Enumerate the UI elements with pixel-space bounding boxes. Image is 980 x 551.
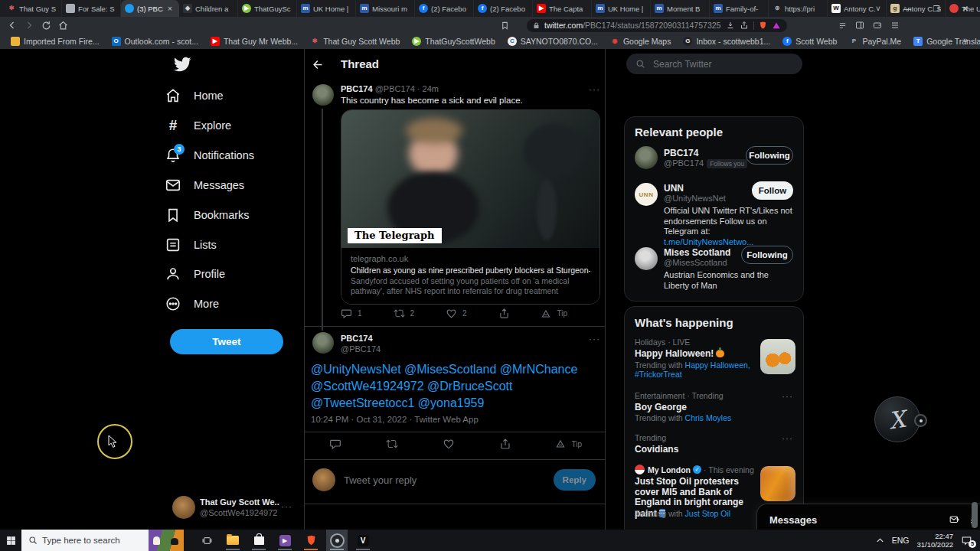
bookmark-item[interactable]: ◉ Google Maps [606,37,675,46]
reply-action[interactable] [329,438,341,450]
bookmark-item[interactable]: P PayPal.Me [844,37,906,46]
close-button[interactable]: ✕ [951,5,980,13]
bookmark-item[interactable]: Imported From Fire... [6,37,104,46]
menu-icon[interactable] [889,19,901,31]
trend-thumbnail[interactable] [760,466,795,501]
reply-input[interactable]: Tweet your reply [344,474,416,486]
reading-list-icon[interactable] [836,19,848,31]
sidebar-toggle-icon[interactable] [854,19,866,31]
avatar[interactable] [312,332,334,354]
avatar[interactable] [312,84,334,106]
tweet-author-name[interactable]: PBC174 [341,84,373,93]
bookmark-item[interactable]: ▶ ThatGuyScottWebb [407,37,499,46]
tweet-author-name[interactable]: PBC174 [341,334,373,343]
browser-tab[interactable]: m Missouri m [356,0,415,17]
messages-drawer[interactable]: Messages [756,504,980,530]
browser-tab[interactable]: For Sale: S [62,0,121,17]
browser-tab[interactable]: ◆ Children a [179,0,238,17]
following-button[interactable]: Following [746,146,793,165]
taskbar-clock[interactable]: 22:47 31/10/2022 [916,532,953,549]
tweet-timestamp[interactable]: 24m [423,84,439,93]
browser-tab[interactable]: ✻ That Guy S [3,0,62,17]
browser-tab[interactable]: m Moment B [651,0,710,17]
task-view-button[interactable] [196,530,217,551]
start-button[interactable] [0,530,21,551]
link-card[interactable]: The Telegraph telegraph.co.uk Children a… [341,109,600,305]
store-icon[interactable] [248,530,270,551]
tip-action[interactable]: Tip [555,439,582,449]
bookmark-item[interactable]: ✻ That Guy Scott Webb [305,37,404,46]
avatar[interactable] [635,146,658,169]
search-input[interactable]: Search Twitter [626,54,802,74]
wallet-icon[interactable] [871,19,884,31]
trend-link[interactable]: Chris Moyles [685,413,732,422]
action-center-icon[interactable]: 5 [961,535,974,546]
bookmark-item[interactable]: C SAYNOTO0870.CO... [503,37,603,46]
tweet-more-icon[interactable]: ··· [589,334,600,344]
movies-tv-icon[interactable]: ▶ [274,530,296,551]
new-message-icon[interactable] [949,514,961,525]
share-action[interactable] [498,308,510,319]
share-icon[interactable] [740,21,749,30]
twitter-logo-icon[interactable] [173,55,191,73]
taskbar-search[interactable]: Type here to search [21,530,184,551]
avatar[interactable]: UNN [635,183,658,206]
like-action[interactable] [443,438,455,450]
more-icon[interactable]: ··· [281,501,292,512]
browser-tab[interactable]: f (2) Facebo [474,0,533,17]
trend-more-icon[interactable]: ··· [782,391,793,402]
reply-button[interactable]: Reply [554,469,596,491]
browser-tab[interactable]: ▶ ThatGuySc [238,0,297,17]
browser-tab[interactable]: ▶ The Capta [533,0,592,17]
back-icon[interactable] [6,19,18,31]
reply-action[interactable]: 1 [341,308,362,319]
address-bar[interactable]: twitter.com/PBC174/status/15872090311475… [527,19,787,32]
language-indicator[interactable]: ENG [892,536,910,545]
follow-button[interactable]: Follow [752,181,793,200]
bookmark-item[interactable]: O Outlook.com - scot... [107,37,203,46]
person-name[interactable]: UNN [664,183,684,194]
bio-link[interactable]: t.me/UnityNewsNetwo... [664,237,753,246]
tab-search-icon[interactable]: ˅ [864,5,893,13]
home-icon[interactable] [57,19,69,31]
retweet-action[interactable]: 2 [394,308,415,319]
brave-shield-icon[interactable] [759,21,767,30]
sidebar-item-notifications[interactable]: 3 Notifications [165,144,299,167]
sidebar-item-home[interactable]: Home [165,84,299,107]
download-icon[interactable] [726,21,735,30]
bookmarks-overflow-chevron[interactable]: » [963,35,968,44]
bookmark-panel-icon[interactable] [498,19,511,31]
browser-tab[interactable]: (3) PBC × [121,0,179,17]
floating-widget-handle[interactable] [914,414,927,427]
back-arrow-icon[interactable] [312,58,325,71]
trend-link[interactable]: Just Stop Oil [685,509,731,518]
tweet-author-handle[interactable]: @PBC174 [341,344,381,354]
browser-tab[interactable]: ⊕ https://pri [769,0,828,17]
tip-action[interactable]: Tip [541,308,567,319]
maximize-button[interactable]: ❐ [922,5,951,13]
sidebar-item-bookmarks[interactable]: Bookmarks [165,204,299,227]
bookmark-item[interactable]: ▶ That Guy Mr Webb... [206,37,302,46]
brave-browser-icon[interactable] [300,530,322,551]
scrollbar-thumb[interactable] [972,502,978,528]
browser-tab[interactable]: f (2) Facebo [415,0,474,17]
like-action[interactable]: 2 [446,308,467,319]
forward-icon[interactable] [23,19,35,31]
following-button[interactable]: Following [741,246,793,264]
browser-tab[interactable]: m UK Home | [592,0,651,17]
avatar[interactable] [635,247,658,270]
tweet-author-handle[interactable]: @PBC174 [375,84,415,93]
person-name[interactable]: Mises Scotland [664,247,730,258]
retweet-action[interactable] [386,438,398,450]
tab-close-icon[interactable]: × [168,5,175,13]
sidebar-item-more[interactable]: More [165,292,299,315]
tweet-mentions[interactable]: @UnityNewsNet @MisesScotland @MrNChance … [311,361,597,412]
tweet-button[interactable]: Tweet [170,329,283,354]
sidebar-item-lists[interactable]: Lists [165,233,299,256]
browser-tab[interactable]: m UK Home | [297,0,356,17]
reload-icon[interactable] [40,19,52,31]
sidebar-item-messages[interactable]: Messages [165,174,299,197]
person-name[interactable]: PBC174 [664,148,698,158]
brave-rewards-icon[interactable] [772,21,781,30]
sidebar-item-explore[interactable]: # Explore [165,114,299,137]
